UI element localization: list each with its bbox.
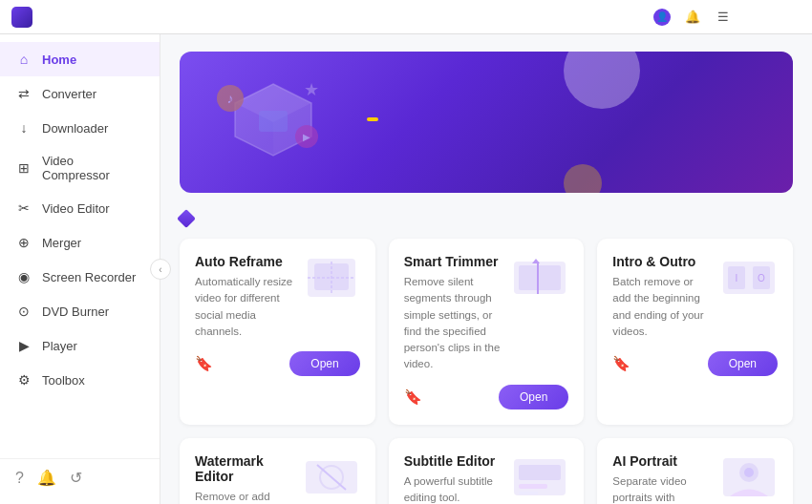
card-thumb-ai-portrait bbox=[720, 453, 778, 501]
sidebar-collapse-arrow[interactable]: ‹ bbox=[150, 259, 171, 280]
card-info-smart-trimmer: Smart Trimmer Remove silent segments thr… bbox=[404, 254, 504, 373]
close-button[interactable] bbox=[791, 15, 801, 19]
open-button-intro-outro[interactable]: Open bbox=[708, 351, 778, 376]
video-compressor-icon: ⊞ bbox=[15, 159, 32, 177]
feature-card-intro-outro: Intro & Outro Batch remove or add the be… bbox=[597, 239, 793, 425]
version-badge bbox=[367, 117, 378, 121]
help-icon[interactable]: ? bbox=[15, 470, 24, 487]
card-thumb-auto-reframe bbox=[303, 254, 360, 302]
sidebar-item-video-editor[interactable]: ✂ Video Editor bbox=[0, 191, 160, 225]
user-account-icon[interactable]: 👤 bbox=[653, 9, 671, 26]
sidebar-item-video-compressor[interactable]: ⊞ Video Compressor bbox=[0, 145, 160, 191]
banner-title bbox=[359, 117, 378, 121]
sidebar: ⌂ Home ⇄ Converter ↓ Downloader ⊞ Video … bbox=[0, 34, 160, 504]
minimize-button[interactable] bbox=[745, 15, 755, 19]
player-icon: ▶ bbox=[15, 337, 32, 354]
card-top-ai-portrait: AI Portrait Separate video portraits wit… bbox=[612, 453, 778, 505]
card-title-subtitle-editor: Subtitle Editor bbox=[404, 453, 504, 469]
card-info-intro-outro: Intro & Outro Batch remove or add the be… bbox=[612, 254, 713, 340]
hamburger-menu-icon[interactable]: ☰ bbox=[715, 9, 732, 26]
sidebar-item-player[interactable]: ▶ Player bbox=[0, 328, 160, 363]
svg-rect-28 bbox=[519, 484, 547, 489]
card-desc-auto-reframe: Automatically resize video for different… bbox=[195, 274, 295, 340]
svg-point-32 bbox=[744, 468, 754, 477]
downloader-icon: ↓ bbox=[15, 119, 32, 136]
feature-card-auto-reframe: Auto Reframe Automatically resize video … bbox=[180, 239, 375, 425]
sidebar-label-video-compressor: Video Compressor bbox=[42, 154, 144, 182]
sidebar-label-toolbox: Toolbox bbox=[42, 373, 85, 388]
banner-text bbox=[359, 117, 378, 127]
banner-illustration: ♪ ★ ▶ bbox=[206, 74, 340, 170]
sidebar-item-home[interactable]: ⌂ Home bbox=[0, 42, 160, 76]
svg-text:I: I bbox=[736, 273, 738, 284]
titlebar-left bbox=[11, 7, 40, 28]
card-title-ai-portrait: AI Portrait bbox=[612, 453, 713, 469]
card-thumb-intro-outro: IO bbox=[720, 254, 778, 302]
card-top-auto-reframe: Auto Reframe Automatically resize video … bbox=[195, 254, 360, 340]
svg-text:O: O bbox=[758, 273, 765, 284]
sidebar-nav: ⌂ Home ⇄ Converter ↓ Downloader ⊞ Video … bbox=[0, 42, 160, 397]
card-desc-intro-outro: Batch remove or add the beginning and en… bbox=[612, 274, 713, 340]
svg-rect-27 bbox=[519, 465, 561, 480]
sidebar-label-home: Home bbox=[42, 52, 76, 67]
card-bottom-smart-trimmer: 🔖 Open bbox=[404, 385, 569, 410]
feature-cards-grid: Auto Reframe Automatically resize video … bbox=[180, 239, 793, 504]
sidebar-item-merger[interactable]: ⊕ Merger bbox=[0, 225, 160, 260]
sidebar-label-merger: Merger bbox=[42, 236, 81, 250]
card-bottom-intro-outro: 🔖 Open bbox=[612, 351, 778, 376]
sidebar-item-downloader[interactable]: ↓ Downloader bbox=[0, 111, 160, 145]
video-editor-icon: ✂ bbox=[15, 200, 32, 217]
sidebar-label-converter: Converter bbox=[42, 87, 96, 101]
svg-text:★: ★ bbox=[304, 80, 319, 99]
section-header bbox=[180, 212, 793, 225]
main-layout: ⌂ Home ⇄ Converter ↓ Downloader ⊞ Video … bbox=[0, 34, 812, 504]
main-content: ♪ ★ ▶ bbox=[160, 34, 812, 504]
bookmark-icon-smart-trimmer[interactable]: 🔖 bbox=[404, 388, 422, 406]
card-info-subtitle-editor: Subtitle Editor A powerful subtitle edit… bbox=[404, 453, 504, 505]
sidebar-item-converter[interactable]: ⇄ Converter bbox=[0, 76, 160, 111]
maximize-button[interactable] bbox=[768, 15, 778, 19]
sidebar-label-dvd-burner: DVD Burner bbox=[42, 304, 109, 319]
card-top-watermark-editor: Watermark Editor Remove or add watermark… bbox=[195, 453, 360, 505]
sidebar-label-player: Player bbox=[42, 339, 77, 353]
svg-rect-15 bbox=[519, 265, 561, 290]
converter-icon: ⇄ bbox=[15, 85, 32, 102]
svg-marker-17 bbox=[532, 259, 540, 263]
bookmark-icon-intro-outro[interactable]: 🔖 bbox=[612, 355, 630, 372]
card-info-watermark-editor: Watermark Editor Remove or add watermark… bbox=[195, 453, 295, 505]
diamond-icon bbox=[177, 209, 196, 228]
open-button-auto-reframe[interactable]: Open bbox=[289, 351, 359, 376]
refresh-icon[interactable]: ↺ bbox=[70, 469, 82, 487]
card-title-smart-trimmer: Smart Trimmer bbox=[404, 254, 504, 269]
svg-rect-4 bbox=[259, 111, 288, 132]
promo-banner: ♪ ★ ▶ bbox=[180, 52, 793, 193]
card-bottom-auto-reframe: 🔖 Open bbox=[195, 351, 360, 376]
titlebar: 👤 🔔 ☰ bbox=[0, 0, 812, 34]
card-top-smart-trimmer: Smart Trimmer Remove silent segments thr… bbox=[404, 254, 569, 373]
card-top-subtitle-editor: Subtitle Editor A powerful subtitle edit… bbox=[404, 453, 569, 505]
toolbox-icon: ⚙ bbox=[15, 371, 32, 388]
card-title-intro-outro: Intro & Outro bbox=[612, 254, 713, 269]
card-desc-smart-trimmer: Remove silent segments through simple se… bbox=[404, 274, 504, 373]
bookmark-icon-auto-reframe[interactable]: 🔖 bbox=[195, 355, 213, 372]
sidebar-bell-icon[interactable]: 🔔 bbox=[37, 469, 56, 487]
open-button-smart-trimmer[interactable]: Open bbox=[499, 385, 568, 410]
card-top-intro-outro: Intro & Outro Batch remove or add the be… bbox=[612, 254, 778, 340]
titlebar-controls: 👤 🔔 ☰ bbox=[653, 9, 801, 26]
card-desc-ai-portrait: Separate video portraits with artificial… bbox=[612, 473, 713, 505]
feature-card-ai-portrait: AI Portrait Separate video portraits wit… bbox=[597, 438, 793, 505]
svg-text:♪: ♪ bbox=[227, 91, 234, 106]
card-thumb-smart-trimmer bbox=[511, 254, 568, 302]
home-icon: ⌂ bbox=[15, 51, 32, 68]
feature-card-smart-trimmer: Smart Trimmer Remove silent segments thr… bbox=[389, 239, 585, 425]
screen-recorder-icon: ◉ bbox=[15, 268, 32, 285]
sidebar-item-toolbox[interactable]: ⚙ Toolbox bbox=[0, 363, 160, 397]
app-logo bbox=[11, 7, 32, 28]
feature-card-subtitle-editor: Subtitle Editor A powerful subtitle edit… bbox=[389, 438, 585, 505]
card-thumb-subtitle-editor bbox=[511, 453, 568, 501]
sidebar-item-screen-recorder[interactable]: ◉ Screen Recorder bbox=[0, 260, 160, 294]
sidebar-item-dvd-burner[interactable]: ⊙ DVD Burner bbox=[0, 294, 160, 328]
sidebar-footer: ? 🔔 ↺ bbox=[0, 458, 160, 496]
notification-icon[interactable]: 🔔 bbox=[684, 9, 701, 26]
svg-rect-29 bbox=[519, 492, 538, 494]
